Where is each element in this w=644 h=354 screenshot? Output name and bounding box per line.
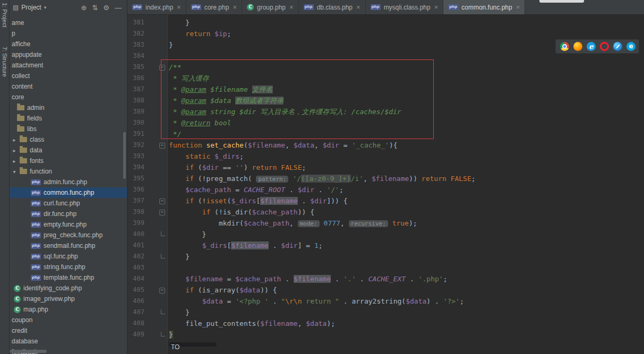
tree-item-coupon[interactable]: coupon (10, 315, 127, 325)
chrome-browser-icon[interactable] (560, 42, 569, 51)
tab-common.func.php[interactable]: phpcommon.func.php× (443, 0, 525, 14)
code-text[interactable]: * @param string $dir 写入目录名，文件缓存写入: /cach… (167, 106, 401, 117)
tree-item-core[interactable]: core (10, 92, 127, 102)
close-tab-icon[interactable]: × (289, 3, 294, 11)
tree-item-map.php[interactable]: Cmap.php (10, 304, 127, 315)
tab-group.php[interactable]: Cgroup.php× (242, 0, 299, 14)
code-text[interactable]: $cache_path = CACHE_ROOT . $dir . '/'; (167, 184, 344, 195)
chevron-down-icon[interactable]: ▾ (44, 5, 47, 10)
chevron-expanded-icon[interactable]: ▾ (12, 169, 17, 175)
opera-browser-icon[interactable] (600, 42, 609, 51)
fold-open-icon[interactable]: − (159, 198, 165, 204)
tree-item-affiche[interactable]: affiche (10, 39, 127, 49)
tree-item-admin[interactable]: admin (10, 102, 127, 113)
fold-open-icon[interactable]: − (159, 288, 165, 293)
locate-target-icon[interactable]: ⊕ (81, 4, 87, 12)
tree-item-common.func.php[interactable]: phpcommon.func.php (10, 187, 127, 198)
project-panel-title[interactable]: Project (21, 4, 41, 11)
code-text[interactable]: } (167, 329, 173, 340)
code-text[interactable]: return $ip; (167, 28, 231, 39)
tree-item-attachment[interactable]: attachment (10, 60, 127, 71)
tree-item-database[interactable]: database (10, 336, 127, 347)
code-text[interactable]: * 写入缓存 (167, 73, 209, 84)
close-tab-icon[interactable]: × (434, 3, 439, 11)
code-text[interactable]: if (!is_dir($cache_path)) { (167, 206, 314, 218)
tree-item-fields[interactable]: fields (10, 113, 127, 124)
hide-panel-icon[interactable]: — (115, 4, 122, 12)
tab-core.php[interactable]: phpcore.php× (186, 0, 242, 14)
tree-item-p[interactable]: p (10, 28, 127, 39)
tree-item-preg_check.func.php[interactable]: phppreg_check.func.php (10, 230, 127, 240)
code-text[interactable]: file_put_contents($filename, $data); (167, 318, 335, 329)
tree-item-admin.func.php[interactable]: phpadmin.func.php (10, 177, 127, 187)
code-text[interactable]: if ($dir == '') return FALSE; (167, 162, 306, 173)
code-text[interactable]: * @param $filename 文件名 (167, 84, 273, 95)
project-vertical-scrollbar[interactable] (123, 132, 126, 179)
close-tab-icon[interactable]: × (516, 3, 520, 11)
close-tab-icon[interactable]: × (356, 3, 360, 11)
close-tab-icon[interactable]: × (233, 3, 237, 11)
tree-item-sql.func.php[interactable]: phpsql.func.php (10, 251, 127, 262)
code-text[interactable] (167, 262, 169, 273)
fold-end-icon[interactable] (161, 309, 165, 314)
fold-end-icon[interactable] (161, 231, 165, 236)
fold-open-icon[interactable]: − (159, 210, 165, 215)
internet-explorer-browser-icon[interactable]: e (587, 42, 596, 51)
code-text[interactable]: if (!preg_match( pattern: '/([a-z0-9_]+)… (167, 173, 476, 184)
code-text[interactable]: if (!isset($_dirs[$filename . $dir])) { (167, 195, 348, 206)
collapse-all-icon[interactable]: ⇅ (92, 4, 98, 12)
code-text[interactable]: } (167, 251, 190, 262)
fold-end-icon[interactable] (161, 254, 165, 258)
fold-end-icon[interactable] (161, 332, 165, 336)
tree-item-dir.func.php[interactable]: phpdir.func.php (10, 209, 127, 219)
code-text[interactable]: } (167, 39, 173, 50)
settings-gear-icon[interactable]: ⚙ (103, 4, 109, 12)
safari-browser-icon[interactable] (613, 42, 622, 51)
tool-window-button-structure[interactable]: 7: Structure (2, 47, 8, 77)
tree-item-empty.func.php[interactable]: phpempty.func.php (10, 219, 127, 230)
tree-item-fonts[interactable]: ▸fonts (10, 156, 127, 166)
tree-item-function[interactable]: ▾function (10, 166, 127, 177)
tree-item-class[interactable]: ▸class (10, 134, 127, 145)
tree-item-curl.func.php[interactable]: phpcurl.func.php (10, 198, 127, 209)
code-text[interactable]: if (is_array($data)) { (167, 284, 277, 296)
chevron-collapsed-icon[interactable]: ▸ (12, 148, 17, 153)
tree-item-appupdate[interactable]: appupdate (10, 49, 127, 60)
fold-open-icon[interactable]: − (159, 65, 165, 71)
code-text[interactable] (167, 50, 169, 62)
code-text[interactable]: mkdir($cache_path, mode: 0777, recursive… (167, 218, 417, 229)
code-text[interactable]: $_dirs[$filename . $dir] = 1; (167, 240, 323, 251)
code-text[interactable]: function set_cache($filename, $data, $di… (167, 140, 398, 151)
tree-item-content[interactable]: content (10, 81, 127, 92)
code-text[interactable]: /** (167, 62, 181, 73)
code-text[interactable]: static $_dirs; (167, 151, 244, 162)
edge-browser-icon[interactable]: e (626, 42, 636, 51)
code-text[interactable]: $data = '<?php ' . "\r\n return " . arra… (167, 296, 464, 307)
tree-item-libs[interactable]: libs (10, 124, 127, 134)
close-tab-icon[interactable]: × (177, 3, 181, 11)
code-text[interactable]: } (167, 307, 190, 318)
tree-item-sendmail.func.php[interactable]: phpsendmail.func.php (10, 240, 127, 251)
tree-item-string.func.php[interactable]: phpstring.func.php (10, 262, 127, 272)
tree-item-collect[interactable]: collect (10, 71, 127, 81)
tab-mysqli.class.php[interactable]: phpmysqli.class.php× (366, 0, 444, 14)
tree-item-image_privew.php[interactable]: Cimage_privew.php (10, 293, 127, 304)
code-text[interactable]: $filename = $cache_path . $filename . '.… (167, 273, 447, 284)
tree-item-data[interactable]: ▸data (10, 145, 127, 156)
tree-item-identifying_code.php[interactable]: Cidentifying_code.php (10, 283, 127, 293)
tab-db.class.php[interactable]: phpdb.class.php× (299, 0, 366, 14)
tree-item-ame[interactable]: ame (10, 18, 127, 28)
tab-index.php[interactable]: phpindex.php× (127, 0, 186, 14)
code-text[interactable]: */ (167, 128, 181, 140)
code-editor[interactable]: 381 }382 return $ip;383}384385−/**386 * … (127, 15, 644, 354)
code-text[interactable]: } (167, 229, 206, 240)
tree-item-template.func.php[interactable]: phptemplate.func.php (10, 272, 127, 283)
project-horizontal-scrollbar[interactable] (10, 350, 47, 353)
tool-window-button-project[interactable]: 1: Project (2, 3, 8, 27)
code-text[interactable]: * @param $data 数组或者字符串 (167, 95, 284, 106)
code-text[interactable]: * @return bool (167, 117, 231, 128)
chevron-collapsed-icon[interactable]: ▸ (12, 158, 17, 164)
fold-open-icon[interactable]: − (159, 143, 165, 149)
code-text[interactable]: } (167, 17, 190, 28)
firefox-browser-icon[interactable] (573, 42, 582, 51)
